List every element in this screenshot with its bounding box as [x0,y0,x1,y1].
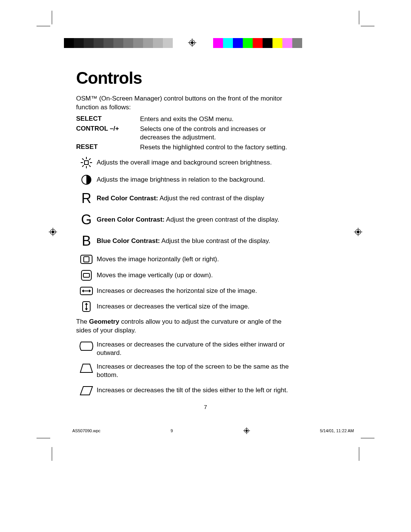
page-number: 7 [204,404,207,410]
svg-marker-34 [80,364,92,372]
button-table: SELECT Enters and exits the OSM menu. CO… [76,114,297,152]
desc-select: Enters and exits the OSM menu. [140,114,297,124]
b-letter-icon: B [76,233,97,249]
svg-rect-23 [84,257,89,262]
row-green: G Green Color Contrast: Adjust the green… [76,212,297,228]
desc-control: Selects one of the controls and increase… [140,124,297,142]
desc-pincushion: Increases or decreases the curvature of … [97,340,297,357]
svg-line-19 [89,158,91,160]
row-blue: B Blue Color Contrast: Adjust the blue c… [76,233,297,249]
intro-text: OSM™ (On-Screen Manager) control buttons… [76,94,297,112]
desc-brightness: Adjusts the overall image and background… [97,158,297,167]
desc-contrast: Adjusts the image brightness in relation… [97,176,297,184]
crop-mark-br [352,438,374,461]
g-letter-icon: G [76,212,97,228]
row-vsize: Increases or decreases the vertical size… [76,301,297,312]
svg-marker-28 [82,289,84,292]
crop-mark-bl [37,438,59,461]
crop-mark-tl [37,11,59,34]
desc-green: Green Color Contrast: Adjust the green c… [97,216,297,224]
row-parallelogram: Increases or decreases the tilt of the s… [76,385,297,396]
page-title: Controls [76,69,297,88]
r-letter-icon: R [76,190,97,206]
row-pincushion: Increases or decreases the curvature of … [76,340,297,357]
row-vpos: Moves the image vertically (up or down). [76,270,297,281]
hsize-icon [76,286,97,296]
svg-line-17 [82,158,84,160]
svg-rect-25 [83,273,89,277]
hpos-icon [76,254,97,264]
slug-datetime: 5/14/01, 11:22 AM [320,428,354,433]
desc-parallelogram: Increases or decreases the tilt of the s… [97,386,297,395]
parallelogram-icon [76,385,97,396]
row-trapezoid: Increases or decreases the top of the sc… [76,363,297,379]
desc-blue: Blue Color Contrast: Adjust the blue con… [97,237,297,245]
content-area: Controls OSM™ (On-Screen Manager) contro… [76,69,297,402]
svg-line-18 [89,165,91,167]
svg-marker-32 [85,303,88,305]
svg-marker-35 [80,387,92,395]
svg-rect-24 [81,270,91,280]
desc-reset: Resets the highlighted control to the fa… [140,142,297,152]
svg-rect-12 [84,161,88,165]
row-contrast: Adjusts the image brightness in relation… [76,174,297,185]
row-red: R Red Color Contrast: Adjust the red con… [76,190,297,206]
page: Controls OSM™ (On-Screen Manager) contro… [0,0,411,532]
vsize-icon [76,301,97,312]
label-select: SELECT [76,114,140,124]
desc-vsize: Increases or decreases the vertical size… [97,302,297,311]
pincushion-icon [76,340,97,352]
grayscale-colorbar [64,38,183,48]
desc-trapezoid: Increases or decreases the top of the sc… [97,363,297,379]
label-reset: RESET [76,142,140,152]
row-hpos: Moves the image horizontally (left or ri… [76,254,297,264]
registration-target-right [354,228,362,236]
row-hsize: Increases or decreases the horizontal si… [76,286,297,296]
vpos-icon [76,270,97,281]
desc-red: Red Color Contrast: Adjust the red contr… [97,194,297,203]
brightness-icon [76,156,97,169]
trapezoid-icon [76,363,97,374]
registration-target-top [188,38,196,47]
svg-marker-29 [89,289,91,292]
desc-hsize: Increases or decreases the horizontal si… [97,287,297,295]
slugline: AS507090.wpc 9 5/14/01, 11:22 AM [72,427,354,434]
slug-file: AS507090.wpc [72,428,100,433]
label-control: CONTROL –/+ [76,124,140,142]
registration-target-bottom [243,427,250,434]
svg-marker-33 [85,308,88,310]
desc-hpos: Moves the image horizontally (left or ri… [97,255,297,264]
color-colorbar [213,38,312,48]
slug-sheet: 9 [170,428,173,433]
registration-target-left [49,228,57,236]
row-brightness: Adjusts the overall image and background… [76,156,297,169]
desc-vpos: Moves the image vertically (up or down). [97,271,297,280]
geometry-paragraph: The Geometry controls allow you to adjus… [76,318,297,335]
icon-list-2: Increases or decreases the curvature of … [76,340,297,396]
svg-line-20 [82,165,84,167]
icon-list-1: Adjusts the overall image and background… [76,156,297,312]
contrast-icon [76,174,97,185]
crop-mark-tr [352,11,374,34]
